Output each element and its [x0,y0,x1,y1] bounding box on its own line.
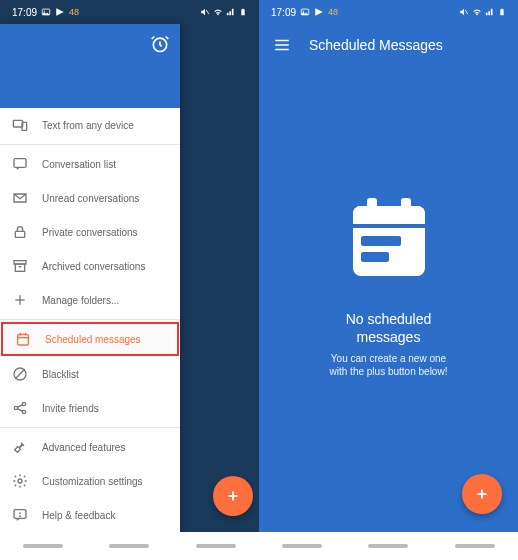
menu-label: Customization settings [42,476,143,487]
menu-item-conversation-list[interactable]: Conversation list [0,147,180,181]
menu-item-text-from-any-device[interactable]: Text from any device [0,108,180,142]
battery-icon [498,6,506,18]
mute-icon [459,7,469,17]
mail-icon [12,190,28,206]
devices-icon [12,117,28,133]
menu-label: Manage folders... [42,295,119,306]
mute-icon [200,7,210,17]
signal-icon [485,7,495,17]
play-icon [314,7,324,17]
app-bar: Scheduled Messages [259,24,518,66]
menu-button[interactable] [273,36,291,54]
svg-rect-8 [14,159,26,168]
status-time: 17:09 [271,7,296,18]
svg-point-29 [20,516,21,517]
image-icon [41,7,51,17]
android-nav-bar [0,532,259,560]
empty-sub-line2: with the plus button below! [330,365,448,378]
svg-rect-3 [241,9,244,15]
empty-title-line2: messages [346,328,432,346]
navigation-drawer: Text from any device Conversation list U… [0,24,180,560]
svg-rect-38 [500,9,503,15]
svg-point-36 [303,11,304,12]
plus-icon [473,485,491,503]
svg-rect-45 [367,198,377,214]
wifi-icon [213,7,223,17]
gear-icon [12,473,28,489]
menu-label: Advanced features [42,442,125,453]
svg-rect-6 [13,120,22,127]
plus-icon [12,292,28,308]
menu-item-scheduled-messages[interactable]: Scheduled messages [1,322,179,356]
drawer-list: Text from any device Conversation list U… [0,108,180,560]
menu-label: Archived conversations [42,261,145,272]
menu-label: Text from any device [42,120,134,131]
wrench-icon [12,439,28,455]
archive-icon [12,258,28,274]
menu-label: Blacklist [42,369,79,380]
svg-rect-11 [15,264,24,271]
empty-state: No scheduled messages You can create a n… [259,66,518,378]
empty-title: No scheduled messages [346,310,432,346]
empty-title-line1: No scheduled [346,310,432,328]
nav-home[interactable] [368,544,408,548]
status-badge: 48 [69,7,79,17]
phone-left-drawer-view: 17:09 48 Text from any device Conversati… [0,0,259,560]
drawer-header [0,24,180,108]
nav-recent[interactable] [23,544,63,548]
nav-back[interactable] [196,544,236,548]
signal-icon [226,7,236,17]
svg-rect-15 [18,334,29,345]
alarm-icon[interactable] [150,34,170,54]
menu-label: Scheduled messages [45,334,141,345]
menu-item-advanced-features[interactable]: Advanced features [0,430,180,464]
svg-line-24 [17,405,22,408]
menu-item-customization[interactable]: Customization settings [0,464,180,498]
menu-item-help-feedback[interactable]: Help & feedback [0,498,180,532]
status-bar: 17:09 48 [259,0,518,24]
battery-icon [239,6,247,18]
svg-rect-9 [15,231,24,237]
svg-rect-47 [361,236,401,246]
menu-item-private[interactable]: Private conversations [0,215,180,249]
status-time: 17:09 [12,7,37,18]
image-icon [300,7,310,17]
menu-label: Conversation list [42,159,116,170]
nav-back[interactable] [455,544,495,548]
block-icon [12,366,28,382]
menu-item-archived[interactable]: Archived conversations [0,249,180,283]
plus-icon [224,487,242,505]
calendar-icon [15,331,31,347]
nav-home[interactable] [109,544,149,548]
menu-item-invite-friends[interactable]: Invite friends [0,391,180,425]
calendar-large-icon [339,186,439,286]
menu-item-unread[interactable]: Unread conversations [0,181,180,215]
status-badge: 48 [328,7,338,17]
svg-point-1 [44,11,45,12]
svg-rect-46 [401,198,411,214]
share-icon [12,400,28,416]
android-nav-bar [259,532,518,560]
svg-line-37 [465,10,468,14]
feedback-icon [12,507,28,523]
menu-item-manage-folders[interactable]: Manage folders... [0,283,180,317]
svg-rect-48 [361,252,389,262]
menu-label: Private conversations [42,227,138,238]
status-bar: 17:09 48 [0,0,259,24]
add-scheduled-fab[interactable] [462,474,502,514]
svg-line-2 [206,10,209,14]
wifi-icon [472,7,482,17]
chat-icon [12,156,28,172]
menu-label: Help & feedback [42,510,115,521]
phone-right-scheduled-view: 17:09 48 Scheduled Messages [259,0,518,560]
play-icon [55,7,65,17]
svg-line-20 [15,369,24,378]
empty-subtitle: You can create a new one with the plus b… [330,352,448,378]
svg-line-25 [17,409,22,412]
page-title: Scheduled Messages [309,37,443,53]
compose-fab[interactable] [213,476,253,516]
nav-recent[interactable] [282,544,322,548]
empty-sub-line1: You can create a new one [330,352,448,365]
svg-rect-4 [242,9,243,10]
menu-item-blacklist[interactable]: Blacklist [0,357,180,391]
